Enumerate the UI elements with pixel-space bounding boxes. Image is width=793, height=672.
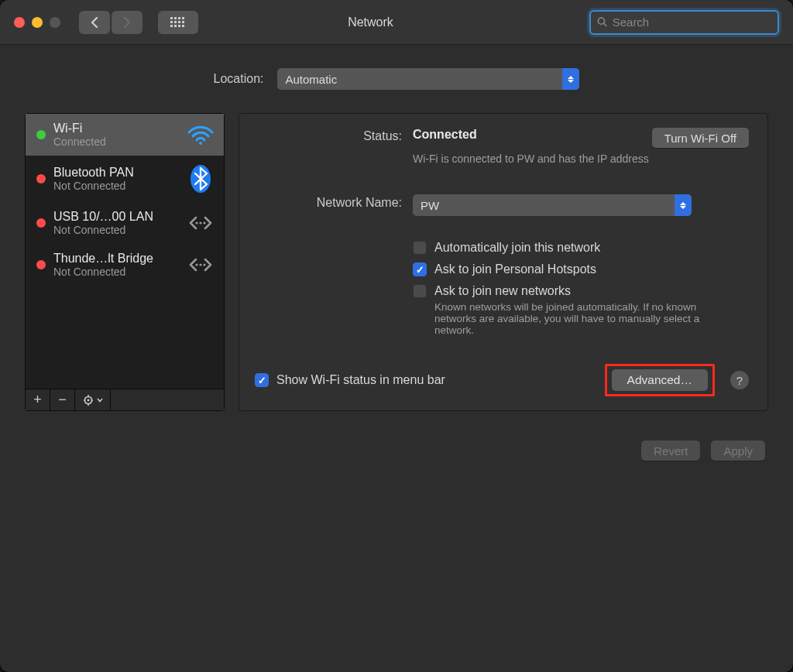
forward-button	[112, 11, 142, 34]
service-name: Bluetooth PAN	[53, 166, 179, 180]
location-label: Location:	[214, 72, 264, 86]
status-detail-text: Wi-Fi is connected to PW and has the IP …	[413, 153, 707, 165]
help-button[interactable]: ?	[730, 371, 749, 389]
status-dot-icon	[36, 218, 46, 228]
known-networks-note: Known networks will be joined automatica…	[434, 301, 721, 336]
svg-line-30	[85, 402, 86, 403]
service-name: Wi-Fi	[53, 122, 179, 135]
remove-service-button[interactable]: −	[50, 389, 75, 410]
menubar-label: Show Wi-Fi status in menu bar	[276, 373, 445, 387]
network-preferences-window: Network Location: Automatic Wi-Fi Connec…	[0, 0, 793, 672]
svg-point-23	[87, 399, 89, 401]
gear-icon	[83, 394, 95, 406]
ethernet-icon	[187, 253, 215, 276]
chevron-updown-icon	[562, 68, 579, 90]
checkbox-icon[interactable]	[413, 241, 427, 255]
add-service-button[interactable]: +	[26, 389, 50, 410]
status-dot-icon	[36, 260, 46, 269]
hotspot-label: Ask to join Personal Hotspots	[434, 262, 596, 276]
svg-point-16	[195, 221, 197, 224]
status-label: Status:	[255, 128, 402, 165]
status-value: Connected	[413, 128, 477, 142]
bluetooth-icon	[187, 163, 215, 194]
status-dot-icon	[36, 174, 46, 183]
footer: Revert Apply	[0, 427, 793, 461]
zoom-icon	[50, 17, 60, 28]
wifi-icon	[187, 125, 215, 145]
service-item-thunderbolt[interactable]: Thunde…lt Bridge Not Connected	[26, 244, 224, 286]
checkbox-icon[interactable]	[413, 284, 427, 298]
svg-point-14	[199, 142, 202, 145]
chevron-updown-icon	[675, 194, 692, 216]
advanced-button[interactable]: Advanced…	[612, 369, 708, 391]
svg-point-20	[199, 263, 201, 266]
apply-button: Apply	[711, 441, 765, 461]
search-icon	[597, 16, 608, 28]
action-menu-button[interactable]	[75, 389, 111, 410]
new-networks-checkbox-row[interactable]: Ask to join new networks Known networks …	[413, 284, 749, 336]
location-row: Location: Automatic	[0, 45, 793, 105]
service-status: Not Connected	[53, 266, 179, 278]
svg-point-18	[203, 221, 205, 224]
location-value: Automatic	[285, 73, 337, 86]
auto-join-checkbox-row[interactable]: Automatically join this network	[413, 241, 749, 255]
minimize-icon[interactable]	[32, 17, 43, 28]
svg-line-29	[90, 402, 91, 403]
service-status: Not Connected	[53, 180, 179, 192]
service-status: Not Connected	[53, 224, 179, 236]
revert-button: Revert	[641, 441, 700, 461]
service-list: Wi-Fi Connected Bluetooth PAN Not Connec…	[26, 114, 224, 389]
auto-join-label: Automatically join this network	[434, 241, 600, 255]
close-icon[interactable]	[14, 17, 25, 28]
service-item-bluetooth[interactable]: Bluetooth PAN Not Connected	[26, 156, 224, 202]
service-item-wifi[interactable]: Wi-Fi Connected	[26, 114, 224, 156]
network-name-select[interactable]: PW	[413, 194, 692, 216]
svg-line-31	[90, 397, 91, 398]
network-name-label: Network Name:	[255, 194, 402, 344]
nav-buttons	[79, 11, 142, 34]
chevron-down-icon	[97, 398, 103, 403]
new-networks-label: Ask to join new networks	[434, 284, 721, 298]
service-name: Thunde…lt Bridge	[53, 252, 179, 266]
svg-point-17	[199, 221, 201, 224]
ethernet-icon	[187, 211, 215, 235]
detail-bottom-row: Show Wi-Fi status in menu bar Advanced… …	[255, 364, 749, 396]
svg-line-13	[604, 23, 606, 26]
svg-point-21	[203, 263, 205, 266]
network-name-value: PW	[421, 199, 439, 212]
svg-line-28	[85, 397, 86, 398]
wifi-toggle-button[interactable]: Turn Wi-Fi Off	[652, 128, 749, 148]
service-name: USB 10/…00 LAN	[53, 210, 179, 224]
checkbox-icon[interactable]	[413, 262, 427, 276]
service-sidebar: Wi-Fi Connected Bluetooth PAN Not Connec…	[25, 113, 225, 411]
search-field[interactable]	[589, 10, 779, 35]
traffic-lights	[14, 17, 60, 28]
sidebar-footer: + −	[26, 389, 224, 410]
window-title: Network	[163, 15, 578, 29]
svg-point-19	[195, 263, 197, 266]
service-item-usb-lan[interactable]: USB 10/…00 LAN Not Connected	[26, 202, 224, 244]
back-button[interactable]	[79, 11, 110, 34]
advanced-highlight: Advanced…	[605, 364, 715, 396]
status-dot-icon	[36, 130, 46, 139]
location-select[interactable]: Automatic	[277, 68, 579, 90]
hotspot-checkbox-row[interactable]: Ask to join Personal Hotspots	[413, 262, 749, 276]
checkbox-icon[interactable]	[255, 373, 269, 387]
search-input[interactable]	[613, 15, 771, 29]
titlebar: Network	[0, 0, 793, 45]
service-status: Connected	[53, 135, 179, 148]
menubar-checkbox-row[interactable]: Show Wi-Fi status in menu bar	[255, 373, 445, 387]
detail-pane: Status: Connected Turn Wi-Fi Off Wi-Fi i…	[239, 113, 768, 411]
